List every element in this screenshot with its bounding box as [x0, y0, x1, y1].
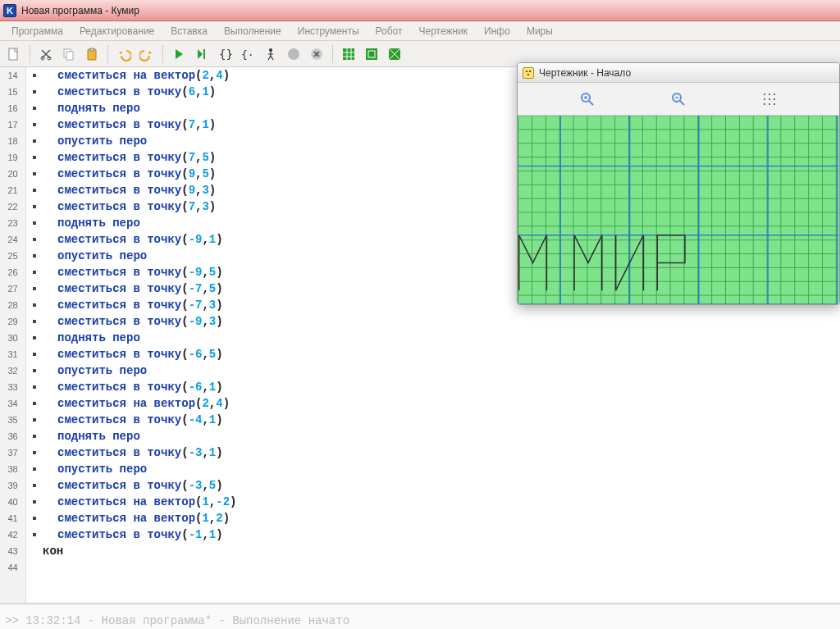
line-number: 38: [0, 461, 25, 477]
code-line[interactable]: сместиться в точку (-9,3): [43, 313, 840, 330]
line-number: 32: [0, 362, 25, 379]
toolbar-separator: [107, 45, 108, 63]
code-line[interactable]: сместиться в точку (-3,1): [43, 444, 840, 461]
grid3-icon[interactable]: [384, 43, 405, 65]
svg-point-22: [764, 98, 765, 100]
line-number: 16: [0, 100, 25, 116]
code-line[interactable]: сместиться в точку ( -6,1): [43, 379, 840, 395]
drawer-window[interactable]: Чертежник - Начало: [517, 62, 840, 305]
line-marker: [26, 100, 43, 116]
line-number: 30: [0, 330, 25, 346]
svg-text:{·}: {·}: [241, 48, 255, 61]
drawer-title: Чертежник - Начало: [539, 67, 631, 79]
line-number: 39: [0, 477, 25, 494]
stop-icon[interactable]: [283, 43, 304, 65]
code-line[interactable]: поднять перо: [43, 330, 840, 346]
app-icon: K: [3, 4, 16, 17]
code-line[interactable]: сместиться в точку (-1,1): [43, 526, 840, 543]
line-marker: [26, 461, 43, 477]
code-line[interactable]: [43, 559, 840, 576]
svg-point-20: [769, 93, 770, 95]
line-marker: [26, 379, 43, 395]
line-number: 14: [0, 67, 25, 84]
drawer-titlebar[interactable]: Чертежник - Начало: [518, 63, 839, 83]
menu-info[interactable]: Инфо: [476, 23, 518, 39]
new-file-icon[interactable]: [3, 43, 25, 65]
line-marker: [26, 362, 43, 379]
line-marker: [26, 133, 43, 149]
line-marker: [26, 149, 43, 166]
grid-toggle-icon[interactable]: [756, 88, 783, 111]
drawer-app-icon: [523, 67, 534, 79]
line-gutter: 1415161718192021222324252627282930313233…: [0, 67, 26, 603]
step-person-icon[interactable]: [260, 43, 281, 65]
line-number: 17: [0, 116, 25, 133]
line-marker: [26, 67, 43, 84]
svg-point-10: [269, 48, 272, 52]
line-number: 25: [0, 248, 25, 264]
code-line[interactable]: сместиться в точку (-6,5): [43, 346, 840, 362]
code-line[interactable]: сместиться в точку (-4,1): [43, 412, 840, 428]
line-marker: [26, 248, 43, 264]
code-line[interactable]: опустить перо: [43, 362, 840, 379]
svg-rect-6: [90, 48, 94, 51]
menu-tools[interactable]: Инструменты: [290, 23, 368, 39]
console-line: >> 13:32:14 - Новая программа* - Выполне…: [5, 614, 349, 627]
run-alt-icon[interactable]: [191, 43, 212, 65]
zoom-out-icon[interactable]: [664, 88, 692, 111]
line-marker: [26, 313, 43, 330]
drawer-canvas[interactable]: [518, 116, 839, 304]
svg-rect-13: [343, 48, 354, 60]
step-brace-icon[interactable]: {}: [214, 43, 235, 65]
menu-program[interactable]: Программа: [3, 23, 71, 39]
line-marker: [26, 526, 43, 543]
zoom-in-icon[interactable]: [573, 88, 601, 111]
line-marker: [26, 510, 43, 526]
undo-icon[interactable]: [113, 43, 135, 65]
line-marker: [26, 559, 43, 576]
line-number: 31: [0, 346, 25, 362]
cancel-icon[interactable]: [306, 43, 327, 65]
line-marker: [26, 428, 43, 444]
code-line[interactable]: сместиться на вектор (2,4): [43, 395, 840, 412]
line-marker: [26, 395, 43, 412]
svg-point-26: [769, 103, 770, 105]
code-line[interactable]: сместиться на вектор (1,2): [43, 510, 840, 526]
toolbar-separator: [332, 45, 333, 63]
step-brace2-icon[interactable]: {·}: [237, 43, 258, 65]
grid2-icon[interactable]: [361, 43, 382, 65]
code-line[interactable]: опустить перо: [43, 461, 840, 477]
code-line[interactable]: поднять перо: [43, 428, 840, 444]
line-number: 20: [0, 166, 25, 182]
menu-drawer[interactable]: Чертежник: [411, 23, 477, 39]
svg-rect-7: [203, 49, 205, 59]
svg-point-23: [769, 98, 770, 100]
code-line[interactable]: сместиться в точку (-3,5): [43, 477, 840, 494]
menu-run[interactable]: Выполнение: [216, 23, 290, 39]
output-console: >> 13:32:14 - Новая программа* - Выполне…: [0, 603, 840, 629]
code-line[interactable]: сместиться на вектор (1,-2): [43, 494, 840, 510]
menu-robot[interactable]: Робот: [368, 23, 411, 39]
copy-icon[interactable]: [58, 43, 80, 65]
menu-edit[interactable]: Редактирование: [71, 23, 162, 39]
toolbar-separator: [162, 45, 163, 63]
line-marker: [26, 297, 43, 313]
svg-rect-4: [66, 52, 73, 60]
line-number: 29: [0, 313, 25, 330]
cut-icon[interactable]: [35, 43, 57, 65]
run-icon[interactable]: [168, 43, 189, 65]
menu-insert[interactable]: Вставка: [162, 23, 216, 39]
menu-worlds[interactable]: Миры: [518, 23, 561, 39]
window-title: Новая программа - Кумир: [21, 5, 139, 16]
code-line[interactable]: кон: [43, 543, 840, 559]
redo-icon[interactable]: [136, 43, 158, 65]
line-number: 35: [0, 412, 25, 428]
line-marker: [26, 215, 43, 231]
line-marker: [26, 116, 43, 133]
paste-icon[interactable]: [81, 43, 103, 65]
line-marker: [26, 280, 43, 297]
grid1-icon[interactable]: [338, 43, 359, 65]
line-marker: [26, 231, 43, 248]
svg-point-24: [774, 98, 775, 100]
line-marker: [26, 543, 43, 559]
